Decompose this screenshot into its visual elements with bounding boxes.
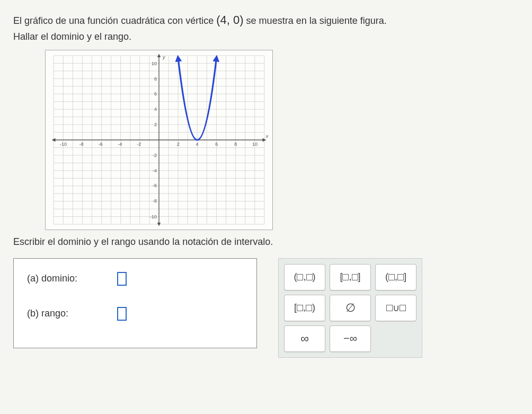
answer-box: (a) dominio: (b) rango: bbox=[13, 258, 257, 348]
question-line1-pre: El gráfico de una función cuadrática con… bbox=[13, 15, 216, 26]
svg-text:-10: -10 bbox=[150, 214, 157, 219]
svg-text:10: 10 bbox=[152, 61, 157, 66]
range-row: (b) rango: bbox=[27, 307, 243, 321]
domain-row: (a) dominio: bbox=[27, 272, 243, 286]
graph-svg: x y -10-8-6-4-2 246810 108642 -2-4-6-8-1… bbox=[46, 50, 272, 230]
svg-text:-4: -4 bbox=[153, 168, 157, 173]
question-text: El gráfico de una función cuadrática con… bbox=[13, 11, 519, 45]
svg-text:-6: -6 bbox=[99, 142, 103, 147]
svg-text:-4: -4 bbox=[118, 142, 122, 147]
vertex-coords: (4, 0) bbox=[216, 13, 243, 27]
key-open-open[interactable]: (,) bbox=[284, 264, 325, 290]
svg-text:10: 10 bbox=[252, 142, 258, 147]
svg-text:4: 4 bbox=[196, 142, 199, 147]
key-empty bbox=[375, 325, 416, 352]
y-axis-label: y bbox=[162, 55, 165, 60]
question-line2: Hallar el dominio y el rango. bbox=[13, 31, 131, 42]
domain-input[interactable] bbox=[117, 272, 127, 286]
svg-text:8: 8 bbox=[234, 142, 237, 147]
key-closed-closed[interactable]: [,] bbox=[330, 264, 371, 290]
key-open-closed[interactable]: (,] bbox=[375, 264, 416, 290]
svg-text:-6: -6 bbox=[153, 183, 157, 188]
key-union[interactable]: ∪ bbox=[375, 295, 416, 321]
svg-text:6: 6 bbox=[154, 91, 157, 96]
svg-text:-10: -10 bbox=[60, 142, 67, 147]
keypad: (,) [,] (,] [,) ∅ ∪ ∞ −∞ bbox=[278, 258, 422, 358]
domain-label: (a) dominio: bbox=[27, 273, 96, 284]
instruction-text: Escribir el dominio y el rango usando la… bbox=[13, 236, 519, 248]
graph-panel: x y -10-8-6-4-2 246810 108642 -2-4-6-8-1… bbox=[45, 50, 273, 230]
key-infinity[interactable]: ∞ bbox=[284, 325, 325, 352]
svg-text:8: 8 bbox=[154, 76, 157, 82]
svg-text:-2: -2 bbox=[153, 153, 157, 158]
range-label: (b) rango: bbox=[27, 308, 96, 319]
question-line1-post: se muestra en la siguiente figura. bbox=[246, 15, 387, 26]
svg-text:2: 2 bbox=[154, 122, 157, 127]
key-neg-infinity[interactable]: −∞ bbox=[330, 325, 371, 352]
x-axis-label: x bbox=[265, 134, 269, 139]
svg-text:2: 2 bbox=[177, 142, 180, 147]
svg-text:-2: -2 bbox=[137, 142, 141, 147]
range-input[interactable] bbox=[117, 307, 127, 321]
key-empty-set[interactable]: ∅ bbox=[330, 295, 371, 321]
svg-text:-8: -8 bbox=[153, 198, 157, 204]
svg-text:6: 6 bbox=[215, 142, 218, 147]
svg-text:-8: -8 bbox=[79, 142, 84, 147]
key-closed-open[interactable]: [,) bbox=[284, 295, 325, 321]
svg-text:4: 4 bbox=[154, 107, 157, 112]
